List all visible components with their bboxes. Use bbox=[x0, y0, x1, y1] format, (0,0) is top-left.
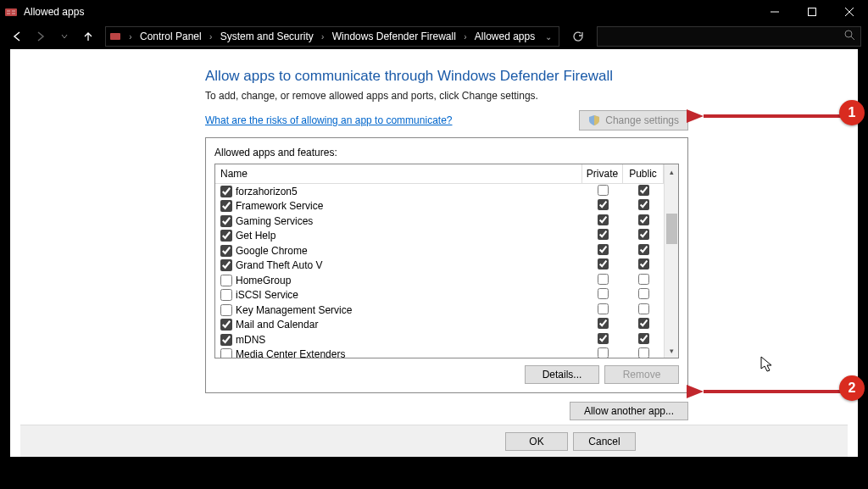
app-enabled-checkbox[interactable] bbox=[220, 245, 232, 257]
column-name[interactable]: Name bbox=[215, 164, 582, 183]
maximize-button[interactable] bbox=[793, 0, 831, 24]
app-enabled-checkbox[interactable] bbox=[220, 186, 232, 197]
window-title: Allowed apps bbox=[22, 6, 756, 18]
minimize-button[interactable] bbox=[756, 0, 793, 24]
table-row[interactable]: Get Help bbox=[215, 229, 664, 244]
public-checkbox[interactable] bbox=[638, 347, 649, 358]
allow-another-app-button[interactable]: Allow another app... bbox=[570, 402, 688, 420]
forward-button[interactable] bbox=[31, 26, 51, 47]
private-checkbox[interactable] bbox=[598, 318, 609, 329]
app-name: HomeGroup bbox=[236, 275, 582, 286]
private-checkbox[interactable] bbox=[598, 258, 609, 270]
details-button[interactable]: Details... bbox=[525, 365, 599, 384]
app-enabled-checkbox[interactable] bbox=[220, 319, 232, 331]
app-name: Mail and Calendar bbox=[236, 319, 582, 331]
public-checkbox[interactable] bbox=[638, 274, 649, 285]
public-checkbox[interactable] bbox=[638, 258, 649, 270]
allowed-apps-list[interactable]: Name Private Public forzahorizon5Framewo… bbox=[215, 164, 664, 358]
recent-dropdown[interactable] bbox=[54, 26, 75, 47]
table-row[interactable]: forzahorizon5 bbox=[215, 184, 664, 199]
allowed-apps-group: Allowed apps and features: Name Private … bbox=[205, 137, 688, 393]
app-enabled-checkbox[interactable] bbox=[220, 334, 232, 346]
app-enabled-checkbox[interactable] bbox=[220, 289, 232, 301]
public-checkbox[interactable] bbox=[638, 185, 649, 196]
app-name: mDNS bbox=[236, 334, 582, 346]
app-name: Gaming Services bbox=[236, 215, 582, 227]
app-enabled-checkbox[interactable] bbox=[220, 259, 232, 271]
page-heading: Allow apps to communicate through Window… bbox=[205, 68, 688, 85]
search-input[interactable] bbox=[597, 26, 861, 47]
cancel-button[interactable]: Cancel bbox=[573, 432, 636, 451]
breadcrumb-item[interactable]: Control Panel bbox=[136, 31, 205, 42]
public-checkbox[interactable] bbox=[638, 229, 649, 240]
page-subtext: To add, change, or remove allowed apps a… bbox=[205, 90, 688, 102]
scroll-thumb[interactable] bbox=[666, 214, 677, 244]
public-checkbox[interactable] bbox=[638, 214, 649, 225]
scroll-down-button[interactable]: ▾ bbox=[665, 343, 678, 358]
private-checkbox[interactable] bbox=[598, 185, 609, 196]
private-checkbox[interactable] bbox=[598, 288, 609, 299]
refresh-button[interactable] bbox=[568, 26, 588, 47]
svg-line-11 bbox=[851, 36, 854, 40]
private-checkbox[interactable] bbox=[598, 199, 609, 210]
app-enabled-checkbox[interactable] bbox=[220, 275, 232, 286]
back-button[interactable] bbox=[7, 26, 27, 47]
private-checkbox[interactable] bbox=[598, 347, 609, 358]
public-checkbox[interactable] bbox=[638, 199, 649, 210]
table-row[interactable]: Media Center Extenders bbox=[215, 347, 664, 358]
shield-icon bbox=[588, 114, 600, 126]
chevron-right-icon[interactable]: › bbox=[205, 32, 217, 42]
table-row[interactable]: Mail and Calendar bbox=[215, 318, 664, 333]
chevron-right-icon[interactable]: › bbox=[317, 32, 329, 42]
private-checkbox[interactable] bbox=[598, 229, 609, 240]
private-checkbox[interactable] bbox=[598, 274, 609, 285]
column-private[interactable]: Private bbox=[582, 164, 623, 183]
chevron-right-icon[interactable]: › bbox=[459, 32, 471, 42]
change-settings-button[interactable]: Change settings bbox=[579, 110, 688, 131]
remove-button[interactable]: Remove bbox=[604, 365, 679, 384]
close-button[interactable] bbox=[831, 0, 868, 24]
table-row[interactable]: Google Chrome bbox=[215, 243, 664, 258]
public-checkbox[interactable] bbox=[638, 288, 649, 299]
svg-point-10 bbox=[845, 31, 852, 37]
table-row[interactable]: Framework Service bbox=[215, 199, 664, 214]
scroll-up-button[interactable]: ▴ bbox=[665, 164, 678, 179]
private-checkbox[interactable] bbox=[598, 333, 609, 344]
breadcrumb-item[interactable]: Windows Defender Firewall bbox=[329, 31, 459, 42]
table-row[interactable]: iSCSI Service bbox=[215, 288, 664, 303]
breadcrumb-item[interactable]: System and Security bbox=[217, 31, 317, 42]
private-checkbox[interactable] bbox=[598, 303, 609, 314]
chevron-right-icon[interactable]: › bbox=[125, 32, 136, 42]
risks-link[interactable]: What are the risks of allowing an app to… bbox=[205, 114, 452, 126]
up-button[interactable] bbox=[78, 26, 98, 47]
ok-button[interactable]: OK bbox=[505, 432, 568, 451]
table-row[interactable]: mDNS bbox=[215, 332, 664, 347]
app-enabled-checkbox[interactable] bbox=[220, 230, 232, 242]
table-row[interactable]: Grand Theft Auto V bbox=[215, 258, 664, 274]
private-checkbox[interactable] bbox=[598, 214, 609, 225]
public-checkbox[interactable] bbox=[638, 333, 649, 344]
svg-rect-2 bbox=[12, 10, 15, 12]
table-row[interactable]: HomeGroup bbox=[215, 273, 664, 288]
public-checkbox[interactable] bbox=[638, 318, 649, 329]
column-public[interactable]: Public bbox=[623, 164, 664, 183]
app-enabled-checkbox[interactable] bbox=[220, 215, 232, 227]
public-checkbox[interactable] bbox=[638, 303, 649, 314]
svg-rect-1 bbox=[7, 10, 10, 12]
chevron-down-icon[interactable]: ⌄ bbox=[538, 32, 559, 42]
app-enabled-checkbox[interactable] bbox=[220, 348, 232, 358]
public-checkbox[interactable] bbox=[638, 244, 649, 255]
scrollbar[interactable]: ▴ ▾ bbox=[664, 164, 678, 358]
breadcrumb-item[interactable]: Allowed apps bbox=[471, 31, 538, 42]
nav-bar: › Control Panel › System and Security › … bbox=[0, 24, 868, 49]
firewall-icon bbox=[106, 31, 125, 42]
breadcrumb[interactable]: › Control Panel › System and Security › … bbox=[105, 26, 559, 47]
app-enabled-checkbox[interactable] bbox=[220, 200, 232, 212]
app-name: Media Center Extenders bbox=[236, 348, 582, 358]
svg-rect-3 bbox=[7, 13, 10, 14]
app-name: forzahorizon5 bbox=[236, 186, 582, 197]
app-enabled-checkbox[interactable] bbox=[220, 304, 232, 316]
private-checkbox[interactable] bbox=[598, 244, 609, 255]
table-row[interactable]: Key Management Service bbox=[215, 303, 664, 318]
table-row[interactable]: Gaming Services bbox=[215, 214, 664, 229]
